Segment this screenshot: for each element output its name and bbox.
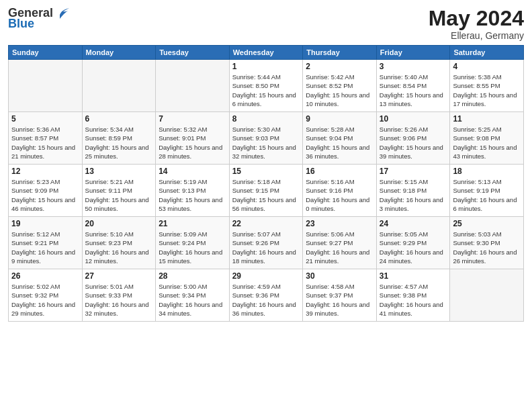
calendar-day-cell — [156, 60, 230, 112]
calendar-day-cell: 21Sunrise: 5:09 AMSunset: 9:24 PMDayligh… — [156, 217, 230, 269]
calendar-day-cell: 14Sunrise: 5:19 AMSunset: 9:13 PMDayligh… — [156, 165, 230, 217]
calendar-day-cell: 4Sunrise: 5:38 AMSunset: 8:55 PMDaylight… — [450, 60, 524, 112]
calendar-week-row: 26Sunrise: 5:02 AMSunset: 9:32 PMDayligh… — [9, 269, 524, 322]
day-of-week-header: Tuesday — [156, 46, 230, 60]
day-info: Sunrise: 5:32 AMSunset: 9:01 PMDaylight:… — [159, 125, 226, 161]
day-number: 28 — [159, 271, 226, 281]
day-info: Sunrise: 5:02 AMSunset: 9:32 PMDaylight:… — [11, 282, 79, 318]
day-info: Sunrise: 5:00 AMSunset: 9:34 PMDaylight:… — [159, 282, 226, 318]
day-number: 27 — [85, 271, 153, 281]
logo-bird-icon — [54, 7, 69, 21]
title-block: May 2024 Ellerau, Germany — [429, 7, 524, 41]
calendar-week-row: 19Sunrise: 5:12 AMSunset: 9:21 PMDayligh… — [9, 217, 524, 269]
day-info: Sunrise: 5:09 AMSunset: 9:24 PMDaylight:… — [159, 230, 226, 265]
day-info: Sunrise: 5:23 AMSunset: 9:09 PMDaylight:… — [11, 177, 79, 213]
day-info: Sunrise: 5:13 AMSunset: 9:19 PMDaylight:… — [453, 177, 521, 213]
day-of-week-header: Wednesday — [229, 46, 303, 60]
calendar-day-cell: 19Sunrise: 5:12 AMSunset: 9:21 PMDayligh… — [9, 217, 83, 269]
day-info: Sunrise: 4:59 AMSunset: 9:36 PMDaylight:… — [232, 282, 300, 318]
calendar-day-cell: 17Sunrise: 5:15 AMSunset: 9:18 PMDayligh… — [376, 165, 450, 217]
logo: General Blue — [8, 7, 69, 31]
calendar-day-cell: 27Sunrise: 5:01 AMSunset: 9:33 PMDayligh… — [82, 269, 156, 322]
day-number: 11 — [453, 114, 521, 124]
calendar-day-cell: 28Sunrise: 5:00 AMSunset: 9:34 PMDayligh… — [156, 269, 230, 322]
calendar-day-cell: 18Sunrise: 5:13 AMSunset: 9:19 PMDayligh… — [450, 165, 524, 217]
day-number: 25 — [453, 219, 521, 228]
day-info: Sunrise: 5:28 AMSunset: 9:04 PMDaylight:… — [306, 125, 373, 161]
calendar-day-cell: 30Sunrise: 4:58 AMSunset: 9:37 PMDayligh… — [303, 269, 377, 322]
day-of-week-header: Thursday — [303, 46, 377, 60]
calendar-day-cell: 10Sunrise: 5:26 AMSunset: 9:06 PMDayligh… — [376, 112, 450, 165]
calendar-day-cell: 29Sunrise: 4:59 AMSunset: 9:36 PMDayligh… — [229, 269, 303, 322]
day-of-week-header: Sunday — [9, 46, 83, 60]
day-info: Sunrise: 5:06 AMSunset: 9:27 PMDaylight:… — [306, 230, 373, 265]
day-number: 7 — [159, 114, 226, 124]
calendar-day-cell — [450, 269, 524, 322]
calendar-day-cell: 23Sunrise: 5:06 AMSunset: 9:27 PMDayligh… — [303, 217, 377, 269]
day-info: Sunrise: 5:16 AMSunset: 9:16 PMDaylight:… — [306, 177, 373, 213]
calendar-day-cell: 26Sunrise: 5:02 AMSunset: 9:32 PMDayligh… — [9, 269, 83, 322]
day-of-week-header: Monday — [82, 46, 156, 60]
day-info: Sunrise: 5:25 AMSunset: 9:08 PMDaylight:… — [453, 125, 521, 161]
day-number: 19 — [11, 219, 79, 228]
day-number: 17 — [380, 167, 447, 176]
day-info: Sunrise: 5:18 AMSunset: 9:15 PMDaylight:… — [232, 177, 300, 213]
day-info: Sunrise: 5:19 AMSunset: 9:13 PMDaylight:… — [159, 177, 226, 213]
calendar-table: SundayMondayTuesdayWednesdayThursdayFrid… — [8, 45, 524, 322]
day-number: 12 — [11, 167, 79, 176]
day-info: Sunrise: 5:38 AMSunset: 8:55 PMDaylight:… — [453, 73, 521, 108]
day-number: 2 — [306, 62, 373, 71]
calendar-day-cell: 6Sunrise: 5:34 AMSunset: 8:59 PMDaylight… — [82, 112, 156, 165]
day-info: Sunrise: 4:58 AMSunset: 9:37 PMDaylight:… — [306, 282, 373, 318]
day-number: 4 — [453, 62, 521, 71]
calendar-day-cell — [82, 60, 156, 112]
day-of-week-header: Friday — [376, 46, 450, 60]
location: Ellerau, Germany — [429, 30, 524, 41]
calendar-day-cell: 16Sunrise: 5:16 AMSunset: 9:16 PMDayligh… — [303, 165, 377, 217]
day-info: Sunrise: 5:05 AMSunset: 9:29 PMDaylight:… — [380, 230, 447, 265]
calendar-day-cell: 3Sunrise: 5:40 AMSunset: 8:54 PMDaylight… — [376, 60, 450, 112]
day-info: Sunrise: 5:44 AMSunset: 8:50 PMDaylight:… — [232, 73, 300, 108]
day-info: Sunrise: 5:21 AMSunset: 9:11 PMDaylight:… — [85, 177, 153, 213]
calendar-day-cell: 1Sunrise: 5:44 AMSunset: 8:50 PMDaylight… — [229, 60, 303, 112]
calendar-day-cell: 22Sunrise: 5:07 AMSunset: 9:26 PMDayligh… — [229, 217, 303, 269]
calendar-day-cell: 11Sunrise: 5:25 AMSunset: 9:08 PMDayligh… — [450, 112, 524, 165]
day-number: 5 — [11, 114, 79, 124]
calendar-day-cell: 15Sunrise: 5:18 AMSunset: 9:15 PMDayligh… — [229, 165, 303, 217]
day-number: 31 — [380, 271, 447, 281]
day-number: 13 — [85, 167, 153, 176]
day-number: 21 — [159, 219, 226, 228]
day-info: Sunrise: 5:34 AMSunset: 8:59 PMDaylight:… — [85, 125, 153, 161]
day-number: 30 — [306, 271, 373, 281]
calendar-week-row: 5Sunrise: 5:36 AMSunset: 8:57 PMDaylight… — [9, 112, 524, 165]
page: General Blue May 2024 Ellerau, Germany S… — [0, 0, 532, 411]
day-number: 9 — [306, 114, 373, 124]
calendar-day-cell — [9, 60, 83, 112]
calendar-day-cell: 24Sunrise: 5:05 AMSunset: 9:29 PMDayligh… — [376, 217, 450, 269]
day-info: Sunrise: 5:40 AMSunset: 8:54 PMDaylight:… — [380, 73, 447, 108]
day-number: 22 — [232, 219, 300, 228]
calendar-day-cell: 25Sunrise: 5:03 AMSunset: 9:30 PMDayligh… — [450, 217, 524, 269]
month-title: May 2024 — [429, 7, 524, 30]
day-number: 16 — [306, 167, 373, 176]
calendar-day-cell: 5Sunrise: 5:36 AMSunset: 8:57 PMDaylight… — [9, 112, 83, 165]
day-number: 10 — [380, 114, 447, 124]
day-info: Sunrise: 5:01 AMSunset: 9:33 PMDaylight:… — [85, 282, 153, 318]
day-number: 18 — [453, 167, 521, 176]
calendar-day-cell: 2Sunrise: 5:42 AMSunset: 8:52 PMDaylight… — [303, 60, 377, 112]
day-info: Sunrise: 4:57 AMSunset: 9:38 PMDaylight:… — [380, 282, 447, 318]
day-number: 20 — [85, 219, 153, 228]
calendar-day-cell: 20Sunrise: 5:10 AMSunset: 9:23 PMDayligh… — [82, 217, 156, 269]
day-number: 6 — [85, 114, 153, 124]
day-info: Sunrise: 5:42 AMSunset: 8:52 PMDaylight:… — [306, 73, 373, 108]
calendar-week-row: 1Sunrise: 5:44 AMSunset: 8:50 PMDaylight… — [9, 60, 524, 112]
calendar-day-cell: 7Sunrise: 5:32 AMSunset: 9:01 PMDaylight… — [156, 112, 230, 165]
day-info: Sunrise: 5:26 AMSunset: 9:06 PMDaylight:… — [380, 125, 447, 161]
calendar-header-row: SundayMondayTuesdayWednesdayThursdayFrid… — [9, 46, 524, 60]
day-number: 29 — [232, 271, 300, 281]
calendar-day-cell: 8Sunrise: 5:30 AMSunset: 9:03 PMDaylight… — [229, 112, 303, 165]
day-info: Sunrise: 5:15 AMSunset: 9:18 PMDaylight:… — [380, 177, 447, 213]
calendar-week-row: 12Sunrise: 5:23 AMSunset: 9:09 PMDayligh… — [9, 165, 524, 217]
day-number: 3 — [380, 62, 447, 71]
calendar-day-cell: 31Sunrise: 4:57 AMSunset: 9:38 PMDayligh… — [376, 269, 450, 322]
